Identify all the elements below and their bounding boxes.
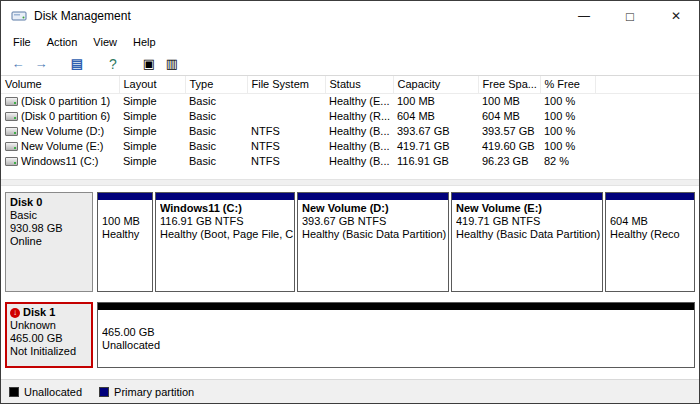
- partition-size: 465.00 GB: [102, 326, 694, 339]
- volume-cell: (Disk 0 partition 1): [1, 93, 119, 109]
- partition-block[interactable]: 100 MB Healthy: [97, 192, 153, 292]
- cell-pct-free: 100 %: [540, 93, 595, 109]
- volume-cell: (Disk 0 partition 6): [1, 109, 119, 124]
- graphical-view: Disk 0 Basic 930.98 GB Online 100 MB Hea…: [1, 186, 699, 379]
- cell-capacity: 393.67 GB: [393, 124, 478, 139]
- cell-free-space: 96.23 GB: [478, 154, 540, 169]
- column-header-file-system[interactable]: File System: [247, 76, 325, 93]
- cell-pct-free: 100 %: [540, 124, 595, 139]
- cell-file-system: NTFS: [247, 124, 325, 139]
- devices-icon[interactable]: ▣: [140, 55, 158, 73]
- disk0-kind: Basic: [10, 209, 88, 222]
- partition-block[interactable]: Windows11 (C:) 116.91 GB NTFS Healthy (B…: [155, 192, 295, 292]
- cell-file-system: [247, 109, 325, 124]
- cell-capacity: 116.91 GB: [393, 154, 478, 169]
- cell-layout: Simple: [119, 109, 185, 124]
- menu-action[interactable]: Action: [39, 33, 86, 51]
- window-controls: — □ ✕: [561, 1, 699, 31]
- partition-block[interactable]: 604 MB Healthy (Reco: [605, 192, 695, 292]
- cell-filler: [595, 154, 699, 169]
- partition-size: 393.67 GB NTFS: [302, 215, 448, 228]
- back-icon[interactable]: ←: [9, 55, 27, 73]
- cell-free-space: 100 MB: [478, 93, 540, 109]
- cell-status: Healthy (B...: [325, 139, 393, 154]
- partition-status: Healthy (Basic Data Partition): [302, 228, 448, 241]
- disk1-size: 465.00 GB: [10, 332, 88, 345]
- disk-error-icon: ↓: [10, 308, 20, 318]
- column-header-free-space[interactable]: Free Spa...: [478, 76, 540, 93]
- volume-row[interactable]: (Disk 0 partition 6) Simple Basic Health…: [1, 109, 699, 124]
- column-header-filler: [595, 76, 699, 93]
- legend-bar: Unallocated Primary partition: [1, 379, 699, 403]
- forward-icon[interactable]: →: [32, 55, 50, 73]
- cell-layout: Simple: [119, 139, 185, 154]
- unallocated-block[interactable]: 465.00 GB Unallocated: [97, 302, 695, 368]
- column-header-type[interactable]: Type: [185, 76, 247, 93]
- partition-block[interactable]: New Volume (D:) 393.67 GB NTFS Healthy (…: [297, 192, 449, 292]
- menu-file[interactable]: File: [5, 33, 39, 51]
- toolbar: ← → ▤ ? ▣ ▥: [1, 52, 699, 76]
- close-button[interactable]: ✕: [653, 1, 699, 31]
- disk0-info-panel[interactable]: Disk 0 Basic 930.98 GB Online: [5, 192, 93, 292]
- partition-status: Healthy (Boot, Page File, C: [160, 228, 294, 241]
- volume-row[interactable]: New Volume (E:) Simple Basic NTFS Health…: [1, 139, 699, 154]
- cell-file-system: [247, 93, 325, 109]
- menubar: File Action View Help: [1, 31, 699, 52]
- cell-capacity: 604 MB: [393, 109, 478, 124]
- partition-name: [102, 202, 152, 215]
- menu-help[interactable]: Help: [125, 33, 164, 51]
- minimize-button[interactable]: —: [561, 1, 607, 31]
- cell-capacity: 100 MB: [393, 93, 478, 109]
- cell-pct-free: 100 %: [540, 139, 595, 154]
- primary-partition-stripe: [606, 193, 694, 200]
- cell-status: Healthy (B...: [325, 154, 393, 169]
- console-tree-icon[interactable]: ▤: [68, 55, 86, 73]
- pane-splitter[interactable]: [1, 179, 699, 186]
- cell-status: Healthy (B...: [325, 124, 393, 139]
- drive-icon: [5, 157, 18, 166]
- partition-name: New Volume (D:): [302, 202, 448, 215]
- cell-layout: Simple: [119, 93, 185, 109]
- partition-block[interactable]: New Volume (E:) 419.71 GB NTFS Healthy (…: [451, 192, 603, 292]
- volume-row[interactable]: (Disk 0 partition 1) Simple Basic Health…: [1, 93, 699, 109]
- help-icon[interactable]: ?: [104, 55, 122, 73]
- cell-capacity: 419.71 GB: [393, 139, 478, 154]
- partition-status: Healthy (Basic Data Partition): [456, 228, 602, 241]
- unallocated-stripe: [98, 303, 694, 310]
- disk-management-window: Disk Management — □ ✕ File Action View H…: [0, 0, 700, 404]
- drive-icon: [5, 97, 18, 106]
- legend-label-primary: Primary partition: [114, 386, 194, 398]
- cell-filler: [595, 109, 699, 124]
- volume-row[interactable]: Windows11 (C:) Simple Basic NTFS Healthy…: [1, 154, 699, 169]
- menu-view[interactable]: View: [85, 33, 125, 51]
- column-header-pct-free[interactable]: % Free: [540, 76, 595, 93]
- cell-file-system: NTFS: [247, 139, 325, 154]
- cell-pct-free: 82 %: [540, 154, 595, 169]
- volumes-table: Volume Layout Type File System Status Ca…: [1, 76, 699, 169]
- partition-name: New Volume (E:): [456, 202, 602, 215]
- column-header-capacity[interactable]: Capacity: [393, 76, 478, 93]
- cell-free-space: 393.57 GB: [478, 124, 540, 139]
- disk1-info-panel-highlighted[interactable]: ↓ Disk 1 Unknown 465.00 GB Not Initializ…: [5, 302, 93, 368]
- header-row: Volume Layout Type File System Status Ca…: [1, 76, 699, 93]
- partition-name: [610, 202, 694, 215]
- disk0-partitions: 100 MB Healthy Windows11 (C:) 116.91 GB …: [97, 192, 695, 292]
- column-header-status[interactable]: Status: [325, 76, 393, 93]
- partition-status: Healthy (Reco: [610, 228, 694, 241]
- volume-row[interactable]: New Volume (D:) Simple Basic NTFS Health…: [1, 124, 699, 139]
- column-header-volume[interactable]: Volume: [1, 76, 119, 93]
- views-icon[interactable]: ▥: [163, 55, 181, 73]
- disk0-status: Online: [10, 235, 88, 248]
- disk1-name: Disk 1: [23, 306, 55, 319]
- drive-icon: [5, 142, 18, 151]
- cell-type: Basic: [185, 154, 247, 169]
- volume-name: New Volume (D:): [21, 124, 104, 139]
- maximize-button[interactable]: □: [607, 1, 653, 31]
- volume-list: Volume Layout Type File System Status Ca…: [1, 76, 699, 179]
- partition-size: 604 MB: [610, 215, 694, 228]
- partition-size: 419.71 GB NTFS: [456, 215, 602, 228]
- disk0-size: 930.98 GB: [10, 222, 88, 235]
- column-header-layout[interactable]: Layout: [119, 76, 185, 93]
- volume-name: (Disk 0 partition 1): [21, 94, 110, 109]
- partition-status: Unallocated: [102, 339, 694, 352]
